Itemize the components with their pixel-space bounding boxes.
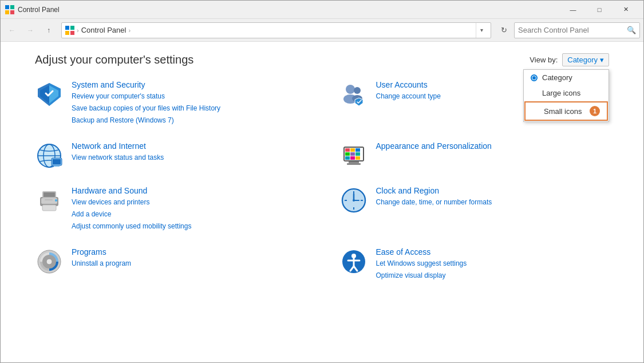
system-security-title[interactable]: System and Security <box>72 80 220 89</box>
navbar: ← → ↑ › Control Panel › ▾ ↻ <box>1 19 643 42</box>
system-security-link-2[interactable]: Save backup copies of your files with Fi… <box>72 103 220 113</box>
clock-content: Clock and Region Change date, time, or n… <box>376 186 492 207</box>
breadcrumb-icon <box>65 25 74 35</box>
viewby-current: Category <box>567 56 598 64</box>
system-security-content: System and Security Review your computer… <box>72 80 220 125</box>
ease-access-icon <box>339 247 368 276</box>
breadcrumb-control-panel[interactable]: Control Panel <box>81 26 127 34</box>
svg-rect-27 <box>350 148 355 152</box>
programs-icon <box>35 247 64 276</box>
clock-link-1[interactable]: Change date, time, or number formats <box>376 197 492 207</box>
network-link-1[interactable]: View network status and tasks <box>72 152 164 163</box>
system-security-link-1[interactable]: Review your computer's status <box>72 91 220 101</box>
svg-rect-1 <box>10 5 14 9</box>
viewby-option-large-icons[interactable]: Large icons <box>524 85 609 101</box>
svg-rect-6 <box>65 31 69 35</box>
search-bar[interactable]: 🔍 <box>514 22 640 38</box>
ease-access-link-2[interactable]: Optimize visual display <box>376 270 467 281</box>
svg-rect-4 <box>65 26 69 30</box>
svg-rect-34 <box>355 156 360 160</box>
svg-rect-36 <box>347 163 361 165</box>
category-programs: Programs Uninstall a program <box>35 247 305 281</box>
page-title: Adjust your computer's settings <box>35 53 193 66</box>
category-appearance: Appearance and Personalization <box>339 141 610 170</box>
small-icons-badge: 1 <box>590 106 600 116</box>
radio-category <box>531 74 538 81</box>
programs-content: Programs Uninstall a program <box>72 247 131 269</box>
clock-icon <box>339 186 368 215</box>
main-content: Adjust your computer's settings View by:… <box>1 42 643 362</box>
user-accounts-icon <box>339 80 368 109</box>
search-icon[interactable]: 🔍 <box>627 26 636 34</box>
category-option-label: Category <box>542 73 572 82</box>
svg-point-12 <box>346 85 355 94</box>
main-window: Control Panel — □ ✕ ← → ↑ › C <box>0 0 644 363</box>
programs-title[interactable]: Programs <box>72 247 131 257</box>
svg-rect-30 <box>350 152 355 156</box>
viewby-dropdown[interactable]: Category ▾ <box>562 53 609 66</box>
up-button[interactable]: ↑ <box>41 22 57 38</box>
window-icon <box>5 5 14 14</box>
svg-rect-28 <box>355 148 360 152</box>
hardware-link-3[interactable]: Adjust commonly used mobility settings <box>72 221 191 231</box>
category-system-security: System and Security Review your computer… <box>35 80 305 125</box>
hardware-title[interactable]: Hardware and Sound <box>72 186 191 195</box>
svg-rect-33 <box>350 156 355 160</box>
breadcrumb: › Control Panel › <box>65 25 473 35</box>
svg-point-56 <box>46 259 52 265</box>
radio-large-icons <box>531 90 538 97</box>
system-security-link-3[interactable]: Backup and Restore (Windows 7) <box>72 115 220 125</box>
svg-rect-23 <box>54 165 60 167</box>
refresh-button[interactable]: ↻ <box>496 22 512 38</box>
svg-rect-22 <box>53 159 61 164</box>
svg-rect-7 <box>70 31 74 35</box>
svg-rect-2 <box>5 10 9 14</box>
user-accounts-link-1[interactable]: Change account type <box>376 91 441 101</box>
user-accounts-content: User Accounts Change account type <box>376 80 441 101</box>
large-icons-option-label: Large icons <box>542 89 580 97</box>
programs-link-1[interactable]: Uninstall a program <box>72 258 131 269</box>
window-controls: — □ ✕ <box>560 1 639 19</box>
svg-rect-3 <box>10 10 14 14</box>
category-ease-access: Ease of Access Let Windows suggest setti… <box>339 247 610 281</box>
svg-rect-0 <box>5 5 9 9</box>
back-button[interactable]: ← <box>4 22 20 38</box>
maximize-button[interactable]: □ <box>586 1 613 19</box>
breadcrumb-sep-1: › <box>77 27 79 34</box>
network-icon <box>35 141 64 170</box>
network-title[interactable]: Network and Internet <box>72 141 164 151</box>
forward-button[interactable]: → <box>22 22 38 38</box>
category-hardware: Hardware and Sound View devices and prin… <box>35 186 305 231</box>
svg-rect-31 <box>355 152 360 156</box>
radio-small-icons <box>532 108 539 115</box>
viewby-option-category[interactable]: Category <box>524 70 609 85</box>
window-title: Control Panel <box>18 6 560 14</box>
svg-rect-40 <box>44 192 55 197</box>
viewby-section: View by: Category ▾ Category Large icons <box>530 53 609 66</box>
appearance-title[interactable]: Appearance and Personalization <box>376 141 492 151</box>
svg-rect-32 <box>345 156 350 160</box>
svg-rect-38 <box>41 198 57 204</box>
minimize-button[interactable]: — <box>560 1 586 19</box>
close-button[interactable]: ✕ <box>613 1 639 19</box>
address-bar[interactable]: › Control Panel › ▾ <box>61 22 491 38</box>
viewby-option-small-icons[interactable]: Small icons 1 <box>524 101 608 121</box>
hardware-link-1[interactable]: View devices and printers <box>72 197 191 207</box>
address-dropdown-button[interactable]: ▾ <box>476 23 487 38</box>
ease-access-content: Ease of Access Let Windows suggest setti… <box>376 247 467 281</box>
titlebar: Control Panel — □ ✕ <box>1 1 643 19</box>
ease-access-title[interactable]: Ease of Access <box>376 247 467 257</box>
svg-point-42 <box>55 199 57 202</box>
search-input[interactable] <box>518 26 627 34</box>
category-network: Network and Internet View network status… <box>35 141 305 170</box>
breadcrumb-sep-2: › <box>128 27 131 34</box>
system-security-icon <box>35 80 64 109</box>
category-clock: Clock and Region Change date, time, or n… <box>339 186 610 231</box>
hardware-content: Hardware and Sound View devices and prin… <box>72 186 191 231</box>
clock-title[interactable]: Clock and Region <box>376 186 492 195</box>
user-accounts-title[interactable]: User Accounts <box>376 80 441 89</box>
svg-rect-35 <box>349 161 359 163</box>
svg-rect-43 <box>45 199 53 200</box>
ease-access-link-1[interactable]: Let Windows suggest settings <box>376 258 467 269</box>
hardware-link-2[interactable]: Add a device <box>72 209 191 219</box>
